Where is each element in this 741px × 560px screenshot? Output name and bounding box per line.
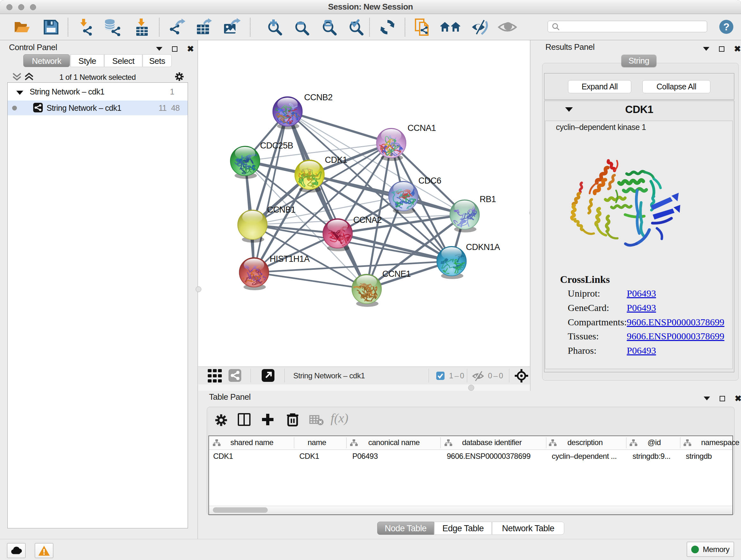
- svg-text:CCNE1: CCNE1: [382, 269, 411, 279]
- svg-text:CDC6: CDC6: [418, 176, 441, 186]
- svg-text:CDC25B: CDC25B: [260, 141, 293, 150]
- svg-text:CDKN1A: CDKN1A: [466, 242, 500, 252]
- svg-text:CCNA2: CCNA2: [353, 215, 382, 225]
- svg-text:CCNB1: CCNB1: [267, 205, 295, 214]
- svg-text:HIST1H1A: HIST1H1A: [270, 254, 310, 264]
- svg-text:CCNB2: CCNB2: [304, 92, 333, 102]
- svg-text:CDK1: CDK1: [325, 155, 347, 165]
- svg-text:RB1: RB1: [480, 194, 496, 204]
- svg-text:CCNA1: CCNA1: [408, 123, 436, 133]
